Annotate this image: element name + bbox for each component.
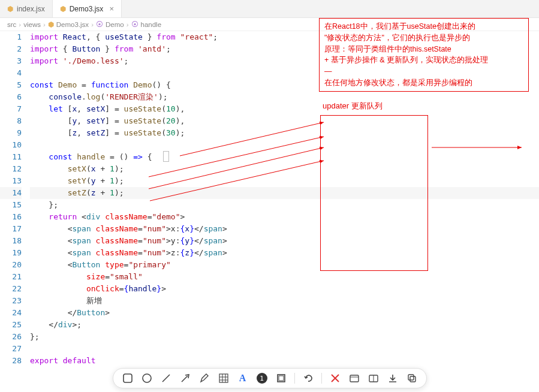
line-number: 20: [0, 259, 22, 271]
react-file-icon: ⬢: [7, 5, 13, 13]
code-line: console.log('RENDER渲染');: [30, 91, 539, 103]
annotation-line: 在任何地方修改状态，都是采用异步编程的: [324, 77, 523, 89]
close-icon[interactable]: ×: [109, 4, 114, 13]
line-number: 11: [0, 151, 22, 163]
symbol-icon: ⦿: [131, 21, 138, 28]
undo-icon[interactable]: [302, 372, 314, 384]
code-line: };: [30, 331, 539, 343]
code-line: const handle = () => {: [30, 151, 539, 163]
code-line: return <div className="demo">: [30, 211, 539, 223]
annotation-line: "修改状态的方法"，它们的执行也是异步的: [324, 32, 523, 44]
tab-index-jsx[interactable]: ⬢ index.jsx: [0, 0, 53, 17]
download-icon[interactable]: [387, 372, 399, 384]
svg-rect-15: [279, 376, 284, 381]
code-line: <Button type="primary": [30, 259, 539, 271]
svg-rect-22: [408, 375, 414, 380]
code-line: [30, 343, 539, 355]
chevron-right-icon: ›: [43, 21, 46, 28]
crumb[interactable]: Demo: [106, 21, 124, 28]
line-number: 10: [0, 139, 22, 151]
pin-window-icon[interactable]: [348, 372, 360, 384]
svg-rect-18: [350, 375, 359, 382]
svg-point-6: [143, 374, 151, 382]
arrow-tool-icon[interactable]: [179, 372, 191, 384]
line-number-gutter: 1 2 3 4 5 6 7 8 9 10 11 12 13 14 15 16 1…: [0, 31, 30, 392]
svg-line-8: [182, 376, 188, 382]
line-number: 25: [0, 319, 22, 331]
code-line: setX(x + 1);: [30, 163, 539, 175]
tab-label: Demo3.jsx: [70, 5, 104, 13]
annotation-queue-rect: [320, 115, 428, 271]
annotation-line: 在React18中，我们基于useState创建出来的: [324, 21, 523, 32]
code-line: onClick={handle}>: [30, 283, 539, 295]
annotation-queue-label: updater 更新队列: [323, 101, 383, 111]
code-line: export default: [30, 355, 539, 367]
line-number: 3: [0, 55, 22, 67]
crumb[interactable]: views: [23, 21, 41, 28]
line-tool-icon[interactable]: [160, 372, 172, 384]
line-number: 4: [0, 67, 22, 79]
code-line: [z, setZ] = useState(30);: [30, 127, 539, 139]
code-line: let [x, setX] = useState(10),: [30, 103, 539, 115]
crumb[interactable]: src: [7, 21, 16, 28]
close-icon[interactable]: [329, 372, 341, 384]
copy-icon[interactable]: [406, 372, 418, 384]
screenshot-toolbar: A 1: [113, 368, 427, 388]
crumb[interactable]: Demo3.jsx: [56, 21, 89, 28]
crop-tool-icon[interactable]: [275, 372, 287, 384]
line-number: 15: [0, 199, 22, 211]
toolbar-separator: [294, 373, 295, 384]
code-line: </Button>: [30, 307, 539, 319]
circle-tool-icon[interactable]: [141, 372, 153, 384]
line-number: 19: [0, 247, 22, 259]
code-line: [y, setY] = useState(20),: [30, 115, 539, 127]
tab-label: index.jsx: [17, 5, 45, 13]
line-number: 22: [0, 283, 22, 295]
code-line: 新增: [30, 295, 539, 307]
step-badge[interactable]: 1: [256, 372, 268, 384]
annotation-line: 原理：等同于类组件中的this.setState: [324, 44, 523, 55]
line-number: 13: [0, 175, 22, 187]
text-tool-icon[interactable]: A: [237, 372, 249, 384]
chevron-right-icon: ›: [91, 21, 94, 28]
line-number: 21: [0, 271, 22, 283]
line-number: 23: [0, 295, 22, 307]
code-line: </div>;: [30, 319, 539, 331]
code-line: setY(y + 1);: [30, 175, 539, 187]
line-number: 2: [0, 43, 22, 55]
pencil-tool-icon[interactable]: [198, 372, 210, 384]
line-number: 18: [0, 235, 22, 247]
code-line: <span className="num">y:{y}</span>: [30, 235, 539, 247]
rectangle-tool-icon[interactable]: [122, 372, 134, 384]
line-number: 8: [0, 115, 22, 127]
line-number: 6: [0, 91, 22, 103]
line-number: 26: [0, 331, 22, 343]
line-number: 24: [0, 307, 22, 319]
line-number: 17: [0, 223, 22, 235]
svg-rect-9: [219, 374, 228, 382]
code-line: size="small": [30, 271, 539, 283]
crumb[interactable]: handle: [141, 21, 162, 28]
code-line: [30, 139, 539, 151]
react-file-icon: ⬢: [48, 20, 54, 29]
line-number: 27: [0, 343, 22, 355]
chevron-right-icon: ›: [127, 21, 129, 28]
code-line: <span className="num">z:{z}</span>: [30, 247, 539, 259]
line-number: 14: [0, 187, 22, 199]
react-file-icon: ⬢: [60, 5, 66, 13]
annotation-line: —: [324, 66, 523, 77]
annotation-note-box: 在React18中，我们基于useState创建出来的 "修改状态的方法"，它们…: [319, 18, 529, 92]
mosaic-tool-icon[interactable]: [218, 372, 230, 384]
chevron-right-icon: ›: [19, 21, 21, 28]
copy-window-icon[interactable]: [368, 372, 380, 384]
tab-demo3-jsx[interactable]: ⬢ Demo3.jsx ×: [53, 0, 122, 17]
line-number: 12: [0, 163, 22, 175]
symbol-icon: ⦿: [96, 21, 103, 28]
svg-rect-5: [124, 374, 132, 382]
code-line: setZ(z + 1);: [30, 187, 539, 199]
line-number: 28: [0, 355, 22, 367]
code-line: };: [30, 199, 539, 211]
line-number: 5: [0, 79, 22, 91]
line-number: 1: [0, 31, 22, 43]
svg-line-7: [162, 375, 170, 382]
